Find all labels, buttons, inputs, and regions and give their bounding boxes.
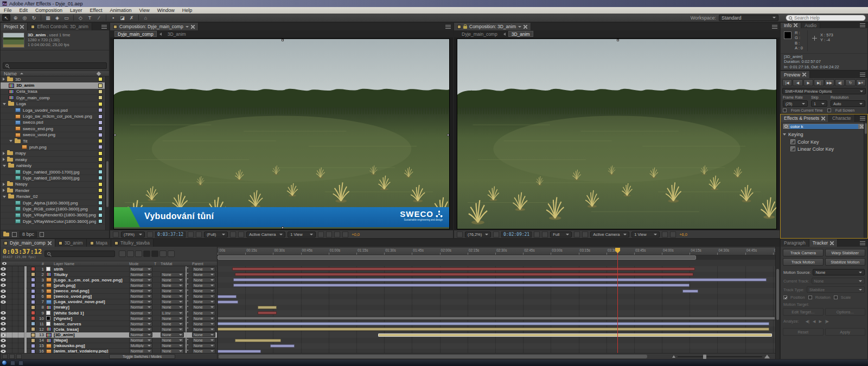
lock-switch[interactable] [18, 338, 24, 343]
close-icon[interactable] [830, 241, 834, 245]
camera-dropdown[interactable]: Active Camera [246, 232, 285, 237]
parent-dropdown[interactable]: None [192, 288, 215, 293]
last-frame-button[interactable]: ▶▶ [825, 79, 834, 86]
layer-bar-7[interactable] [218, 300, 238, 304]
analyze-forward[interactable]: ▶ [819, 319, 821, 324]
audio-switch[interactable] [7, 338, 12, 343]
expand-layers-icon[interactable] [2, 354, 8, 359]
timeline-icon[interactable] [334, 232, 340, 237]
puppet-pin-tool-icon[interactable]: ⌂ [142, 14, 150, 21]
layer-row-9[interactable]: 9[White Solid 1]NormalL.InvNone [1, 310, 217, 316]
region-of-interest-icon[interactable] [230, 232, 236, 237]
fast-previews-icon[interactable] [670, 232, 676, 237]
timeline-columns-header[interactable]: # Layer Name Mode T TrkMat Parent [1, 261, 217, 266]
breadcrumb-3d-anim[interactable]: 3D_anim [164, 31, 189, 37]
lock-switch[interactable] [18, 288, 24, 294]
blend-mode-dropdown[interactable]: Normal [129, 332, 152, 337]
exposure-value[interactable]: +0,0 [352, 232, 360, 237]
layer-row-7[interactable]: 7[Loga_uvodni_nove.psd]NormalNoneNone [1, 299, 217, 305]
composition-mini-flowchart-icon[interactable] [119, 251, 126, 257]
eye-icon[interactable] [1, 284, 6, 287]
transparency-grid-icon[interactable] [238, 232, 244, 237]
pixel-aspect-icon[interactable] [662, 232, 668, 237]
layer-label-chip[interactable] [31, 349, 35, 353]
parent-pickwhip[interactable] [186, 349, 192, 353]
breadcrumb-3d-anim[interactable]: 3D_anim [508, 31, 533, 37]
project-item-mraky[interactable]: mraky [1, 157, 105, 163]
parent-pickwhip[interactable] [186, 316, 192, 321]
solo-switch[interactable] [12, 338, 18, 343]
track-type-dropdown[interactable]: Stabilize [807, 286, 865, 293]
title-bar[interactable]: Ae Adobe After Effects - Dyje_01.aep [0, 0, 868, 7]
trkmat-dropdown[interactable]: None [161, 327, 184, 332]
eye-icon[interactable] [1, 317, 6, 320]
label-color-chip[interactable] [98, 219, 103, 223]
lock-switch[interactable] [18, 282, 24, 288]
menu-layer[interactable]: Layer [66, 7, 86, 14]
lock-switch[interactable] [18, 277, 24, 282]
project-item-naspy[interactable]: Naspy [1, 182, 105, 188]
audio-switch[interactable] [7, 266, 12, 272]
panel-menu-icon[interactable] [101, 25, 107, 29]
label-color-chip[interactable] [98, 176, 103, 180]
menu-edit[interactable]: Edit [16, 7, 32, 14]
position-checkbox[interactable] [783, 296, 787, 299]
parent-pickwhip[interactable] [186, 272, 192, 277]
solo-switch[interactable] [12, 321, 18, 326]
video-switch[interactable] [1, 266, 7, 272]
resolution-dropdown[interactable]: (Full) [204, 232, 228, 237]
project-scrollbar[interactable] [105, 76, 109, 230]
layer-bar-2[interactable] [235, 273, 693, 276]
layer-label-chip[interactable] [31, 267, 35, 271]
audio-switch[interactable] [7, 294, 12, 299]
transparency-grid-icon[interactable] [582, 232, 588, 237]
first-frame-button[interactable]: |◀ [782, 79, 792, 86]
eye-icon[interactable] [1, 300, 6, 304]
project-item-dyje-vrayrenderid-1800-3600-png[interactable]: Dyje_VRayRenderID.[1800-3600].png [1, 213, 105, 219]
comp-main-canvas[interactable]: Vybudování tůní SWECO Sustainable engine… [110, 38, 453, 230]
parent-dropdown[interactable]: None [192, 305, 215, 310]
solo-switch[interactable] [12, 305, 18, 310]
layer-label-chip[interactable] [31, 305, 35, 310]
layer-bars-area[interactable] [218, 266, 775, 353]
video-switch[interactable] [1, 316, 7, 321]
snapshot-icon[interactable] [188, 232, 194, 237]
video-switch[interactable] [1, 321, 7, 326]
layer-label-chip[interactable] [31, 289, 35, 293]
project-item-nahledy[interactable]: nahledy [1, 163, 105, 169]
safe-margins-icon[interactable] [147, 232, 153, 237]
solo-switch[interactable] [12, 266, 18, 272]
layer-label-chip[interactable] [31, 272, 35, 277]
lock-switch[interactable] [18, 294, 24, 299]
reset-button[interactable]: Reset [783, 328, 824, 336]
parent-pickwhip[interactable] [186, 321, 192, 326]
graph-editor-icon[interactable] [159, 251, 167, 257]
layer-bar-10[interactable] [218, 317, 775, 320]
parent-pickwhip[interactable] [186, 282, 192, 288]
solo-switch[interactable] [12, 310, 18, 316]
blend-mode-dropdown[interactable]: Normal [129, 305, 152, 310]
eye-icon[interactable] [1, 328, 6, 331]
parent-dropdown[interactable]: None [192, 311, 215, 316]
label-color-chip[interactable] [98, 145, 103, 149]
close-icon[interactable] [794, 23, 797, 27]
tab-info[interactable]: Info [781, 23, 801, 28]
chevron-right-icon[interactable] [3, 183, 5, 186]
parent-pickwhip[interactable] [186, 338, 192, 343]
parent-pickwhip[interactable] [186, 326, 192, 332]
blend-mode-dropdown[interactable]: Normal [129, 267, 152, 272]
audio-switch[interactable] [7, 316, 12, 321]
current-time-display[interactable]: 0:03:37:12 [155, 232, 186, 237]
eye-icon[interactable] [1, 322, 6, 325]
blend-mode-dropdown[interactable]: Normal [129, 327, 152, 332]
tab-audio[interactable]: Audio [801, 23, 820, 28]
label-color-chip[interactable] [98, 77, 103, 81]
parent-pickwhip[interactable] [186, 288, 192, 294]
view-layout-dropdown[interactable]: 1 View [631, 232, 660, 237]
close-icon[interactable] [191, 25, 195, 29]
label-color-chip[interactable] [98, 151, 103, 156]
expand-graph-icon[interactable] [9, 354, 15, 359]
menu-view[interactable]: View [135, 7, 153, 14]
chevron-down-icon[interactable] [3, 196, 6, 198]
layer-label-chip[interactable] [31, 333, 35, 337]
